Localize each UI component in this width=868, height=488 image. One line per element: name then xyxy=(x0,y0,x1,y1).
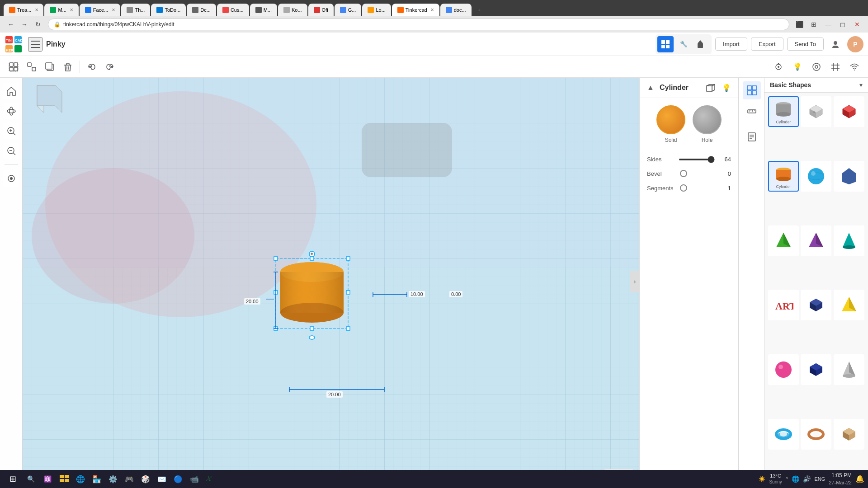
send-to-button[interactable]: Send To xyxy=(787,38,824,51)
start-button[interactable]: ⊞ xyxy=(4,470,22,488)
new-tab-menu-button[interactable]: ⊞ xyxy=(807,18,820,31)
camera-button[interactable] xyxy=(770,59,787,75)
view-cube[interactable]: TOP FRONT xyxy=(28,83,64,124)
tab-m2[interactable]: M... xyxy=(250,4,277,16)
notification-button[interactable]: 🔔 xyxy=(855,474,864,483)
tab-close[interactable]: × xyxy=(35,7,38,13)
taskbar-chrome-button[interactable]: 🔵 xyxy=(171,473,185,485)
tab-todo[interactable]: ToDo... xyxy=(151,4,186,16)
grid-button[interactable] xyxy=(827,59,844,75)
tab-th[interactable]: Th... xyxy=(121,4,150,16)
new-tab-button[interactable]: + xyxy=(472,4,486,16)
user-avatar[interactable]: P xyxy=(847,36,863,52)
taskbar-edge-button[interactable]: 🌐 xyxy=(73,473,88,485)
tab-lo[interactable]: Lo... xyxy=(362,4,391,16)
taskbar-search-button[interactable]: 🔍 xyxy=(24,474,38,484)
wrench-button[interactable]: 🔧 xyxy=(675,36,692,52)
export-button[interactable]: Export xyxy=(751,38,783,51)
orbit-button[interactable] xyxy=(3,103,19,119)
grid-view-toolbar-button[interactable] xyxy=(743,81,761,99)
shape-box-dark-blue-2[interactable] xyxy=(801,354,831,385)
taskbar-mail-button[interactable]: ✉️ xyxy=(155,473,169,485)
ungroup-button[interactable] xyxy=(24,59,40,75)
shape-sphere-pink[interactable] xyxy=(768,354,799,385)
undo-button[interactable] xyxy=(84,59,100,75)
shape-torus-blue[interactable] xyxy=(768,419,799,450)
segments-dot[interactable] xyxy=(680,184,687,192)
ruler-toolbar-button[interactable] xyxy=(743,102,761,120)
tab-ofi[interactable]: Ofi xyxy=(308,4,334,16)
shape-text-red[interactable]: ART xyxy=(768,290,799,320)
tab-g[interactable]: G... xyxy=(335,4,362,16)
address-bar-input[interactable]: 🔒 tinkercad.com/things/0f4pwCKALhV-pinky… xyxy=(48,19,789,30)
tab-m[interactable]: M... × xyxy=(44,4,78,16)
taskbar-settings-button[interactable]: ⚙️ xyxy=(106,473,120,485)
shape-pyramid-purple[interactable] xyxy=(801,225,831,256)
panel-toggle-button[interactable]: ▲ xyxy=(645,82,656,93)
select-tool-button[interactable] xyxy=(3,170,19,187)
forward-button[interactable]: → xyxy=(18,18,31,31)
panel-collapse-button[interactable]: › xyxy=(630,271,639,292)
shape-box-red[interactable] xyxy=(834,96,864,127)
minimize-button[interactable]: — xyxy=(822,18,835,31)
shape-blue-organic[interactable] xyxy=(834,161,864,192)
snap-button[interactable] xyxy=(808,59,825,75)
taskbar-explorer-button[interactable] xyxy=(57,471,71,487)
grid-view-button[interactable] xyxy=(657,36,674,52)
reload-button[interactable]: ↻ xyxy=(32,18,44,31)
duplicate-button[interactable] xyxy=(42,59,58,75)
tab-ko[interactable]: Ko... xyxy=(278,4,307,16)
tab-face[interactable]: Face... × xyxy=(80,4,121,16)
zoom-out-button[interactable] xyxy=(3,143,19,159)
shape-cone-grey[interactable] xyxy=(834,354,864,385)
tab-close[interactable]: × xyxy=(431,7,434,13)
tab-trea[interactable]: Trea... × xyxy=(4,4,43,16)
language-button[interactable]: ENG xyxy=(814,475,825,482)
taskbar-store-button[interactable]: 🏪 xyxy=(90,473,104,485)
tab-close[interactable]: × xyxy=(70,7,73,13)
light-button[interactable]: 💡 xyxy=(789,59,806,75)
shape-sphere-blue[interactable] xyxy=(801,161,831,192)
shape-cylinder-orange[interactable]: Cylinder xyxy=(768,161,799,192)
taskbar-game-button[interactable]: 🎲 xyxy=(138,473,153,485)
shapes-dropdown-button[interactable]: ▾ xyxy=(859,81,863,89)
shape-box-gray[interactable]: ≡ xyxy=(801,96,831,127)
tab-dc[interactable]: Dc... xyxy=(187,4,216,16)
sides-slider[interactable] xyxy=(679,159,715,160)
notes-toolbar-button[interactable] xyxy=(743,128,761,146)
solid-option[interactable]: Solid xyxy=(656,105,685,143)
shapes-button[interactable] xyxy=(693,36,710,52)
tab-tinkercad[interactable]: Tinkercad × xyxy=(392,4,439,16)
bevel-dot[interactable] xyxy=(680,170,687,177)
taskbar-video-button[interactable]: 📹 xyxy=(187,473,202,485)
close-button[interactable]: ✕ xyxy=(851,18,863,31)
user-menu-button[interactable] xyxy=(827,36,844,52)
tab-doc[interactable]: doc... xyxy=(440,4,472,16)
taskbar-steam-button[interactable]: 🎮 xyxy=(122,473,137,485)
delete-button[interactable] xyxy=(60,59,76,75)
shape-torus-brown[interactable] xyxy=(801,419,831,450)
home-view-button[interactable] xyxy=(3,83,19,99)
shape-box-dark-blue[interactable] xyxy=(801,290,831,320)
clock[interactable]: 1:05 PM 27-Mar-22 xyxy=(829,472,852,486)
shape-cylinder[interactable]: Cylinder xyxy=(768,96,799,127)
signal-button[interactable] xyxy=(846,59,863,75)
taskbar-widgets-button[interactable]: ⚛️ xyxy=(40,474,55,484)
hamburger-button[interactable] xyxy=(28,37,42,52)
group-button[interactable] xyxy=(5,59,22,75)
redo-button[interactable] xyxy=(102,59,118,75)
zoom-in-button[interactable] xyxy=(3,123,19,139)
panel-3d-button[interactable] xyxy=(704,81,717,94)
back-button[interactable]: ← xyxy=(5,18,17,31)
hole-option[interactable]: Hole xyxy=(693,105,722,143)
tab-close[interactable]: × xyxy=(112,7,115,13)
canvas-cylinder[interactable] xyxy=(267,249,357,342)
tab-cus[interactable]: Cus... xyxy=(217,4,249,16)
hidden-icons-button[interactable]: ^ xyxy=(786,476,788,482)
taskbar-excel-button[interactable]: 𝓧 xyxy=(203,473,214,485)
panel-light-button[interactable]: 💡 xyxy=(720,81,733,94)
import-button[interactable]: Import xyxy=(715,38,747,51)
shape-pyramid-yellow[interactable] xyxy=(834,290,864,320)
canvas-area[interactable]: TOP FRONT xyxy=(23,78,639,485)
shape-box-tan[interactable] xyxy=(834,419,864,450)
